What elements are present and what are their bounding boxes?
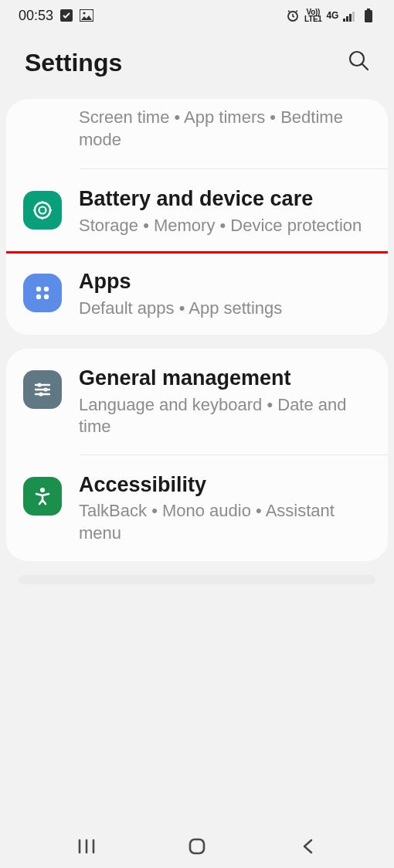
row-subtitle: TalkBack • Mono audio • Assistant menu [79,500,371,544]
svg-rect-8 [367,9,370,10]
svg-rect-21 [190,839,204,853]
recents-button[interactable] [68,828,105,865]
svg-point-20 [40,488,45,492]
status-time: 00:53 [19,8,53,24]
row-apps[interactable]: Apps Default apps • App settings [6,254,388,335]
page-title: Settings [25,49,122,77]
row-subtitle: Screen time • App timers • Bedtime mode [79,107,371,151]
row-accessibility[interactable]: Accessibility TalkBack • Mono audio • As… [6,455,388,562]
settings-card-1: Screen time • App timers • Bedtime mode … [6,99,388,335]
svg-point-15 [36,294,41,299]
svg-point-18 [43,388,47,392]
row-battery-device-care[interactable]: Battery and device care Storage • Memory… [6,169,388,254]
svg-point-12 [39,207,46,214]
network-label: Vo)) LTE1 [304,9,322,22]
status-bar: 00:53 Vo)) LTE1 4G [0,0,394,31]
row-general-management[interactable]: General management Language and keyboard… [6,349,388,455]
header: Settings [0,31,394,99]
svg-point-14 [44,287,49,291]
network-type: 4G [327,12,338,19]
general-management-icon [23,370,62,409]
row-title: Apps [79,269,371,294]
image-icon [80,9,93,22]
row-title: Accessibility [79,472,371,497]
row-title: Battery and device care [79,186,371,211]
alarm-icon [286,9,300,22]
svg-point-17 [37,383,41,387]
apps-icon [23,274,62,312]
home-button[interactable] [178,828,216,865]
signal-icon [343,9,357,22]
search-icon [348,49,371,73]
svg-rect-5 [346,16,348,22]
checkbox-icon [59,9,73,22]
row-subtitle: Default apps • App settings [79,298,371,320]
row-title: General management [79,366,371,390]
svg-point-2 [83,12,85,14]
svg-rect-7 [352,12,355,22]
highlight-box: Apps Default apps • App settings [6,251,388,335]
svg-rect-6 [349,14,352,22]
scroll-hint [19,575,375,584]
nav-bar [0,825,394,868]
row-subtitle: Language and keyboard • Date and time [79,394,371,438]
battery-care-icon [23,191,62,230]
svg-point-13 [36,287,41,291]
accessibility-icon [23,477,62,516]
battery-icon [362,9,375,22]
settings-card-2: General management Language and keyboard… [6,349,388,561]
home-icon [188,837,206,856]
back-icon [301,837,314,856]
search-button[interactable] [343,45,375,80]
svg-rect-9 [365,10,372,22]
row-digital-wellbeing-partial[interactable]: Screen time • App timers • Bedtime mode [6,99,388,169]
svg-point-11 [35,203,50,218]
svg-point-19 [39,393,42,397]
back-button[interactable] [289,828,326,865]
svg-point-16 [44,294,49,299]
row-subtitle: Storage • Memory • Device protection [79,215,371,237]
svg-rect-4 [343,19,345,22]
recents-icon [77,839,96,854]
